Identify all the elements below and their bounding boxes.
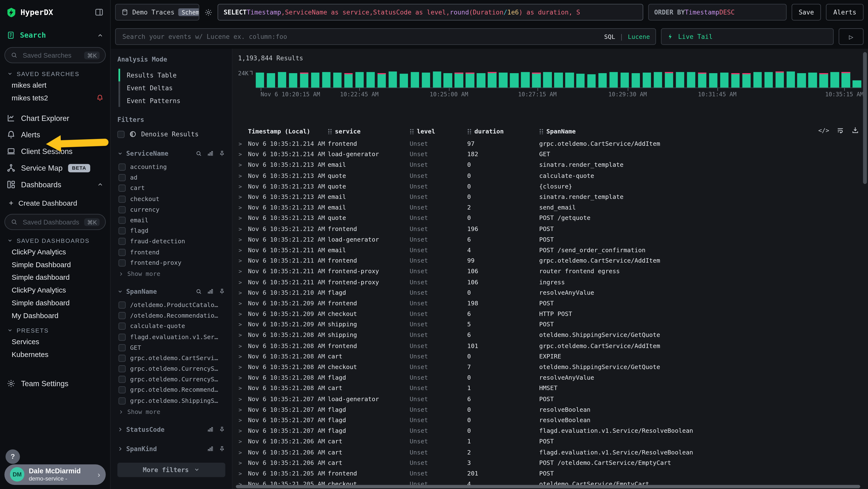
histogram-bar[interactable] xyxy=(333,73,342,88)
histogram-bar[interactable] xyxy=(576,74,585,88)
histogram-bar[interactable] xyxy=(852,81,861,88)
row-expand-chevron[interactable]: > xyxy=(235,151,248,157)
facet-statuscode-header[interactable]: StatusCode xyxy=(117,424,225,435)
preset-item[interactable]: Services xyxy=(0,335,110,348)
histogram-bar[interactable] xyxy=(488,72,496,88)
table-row[interactable]: > Nov 6 10:35:21.207 AM flagd Unset 0 re… xyxy=(235,415,868,426)
event-search-input[interactable] xyxy=(121,32,600,41)
column-header-duration[interactable]: duration xyxy=(467,128,539,135)
table-row[interactable]: > Nov 6 10:35:21.208 AM frontend Unset 1… xyxy=(235,341,868,351)
row-expand-chevron[interactable]: > xyxy=(235,438,248,444)
histogram-bar[interactable] xyxy=(278,72,286,88)
histogram-bar[interactable] xyxy=(355,72,364,87)
drag-handle-icon[interactable] xyxy=(328,128,332,134)
table-row[interactable]: > Nov 6 10:35:21.211 AM frontend-proxy U… xyxy=(235,266,868,277)
facet-item[interactable]: ad xyxy=(117,172,225,183)
histogram-bar[interactable] xyxy=(831,72,839,88)
histogram-bar[interactable] xyxy=(786,71,795,87)
presets-section[interactable]: PRESETS xyxy=(0,322,110,335)
facet-chart-icon[interactable] xyxy=(207,426,214,433)
facet-item[interactable]: grpc.oteldemo.CartServi… xyxy=(117,353,225,364)
facet-checkbox[interactable] xyxy=(118,354,126,362)
histogram-bar[interactable] xyxy=(521,72,529,87)
facet-checkbox[interactable] xyxy=(118,397,126,404)
histogram-bar[interactable] xyxy=(665,72,673,87)
facet-item[interactable]: /oteldemo.Recommendatio… xyxy=(117,310,225,321)
chevron-up-icon[interactable] xyxy=(97,181,104,188)
facet-item[interactable]: frontend-proxy xyxy=(117,258,225,268)
histogram-bar[interactable] xyxy=(444,73,452,87)
facet-item[interactable]: fraud-detection xyxy=(117,236,225,247)
row-expand-chevron[interactable]: > xyxy=(235,375,248,381)
table-row[interactable]: > Nov 6 10:35:21.205 AM frontend Unset 2… xyxy=(235,468,868,479)
sidebar-item-search[interactable]: Search xyxy=(0,24,110,44)
histogram-bar[interactable] xyxy=(676,72,684,88)
histogram-bar[interactable] xyxy=(621,73,629,88)
table-row[interactable]: > Nov 6 10:35:21.209 AM frontend Unset 1… xyxy=(235,298,868,309)
saved-search-item[interactable]: mikes alert xyxy=(0,79,110,91)
show-more-button[interactable]: Show more xyxy=(117,268,225,278)
row-expand-chevron[interactable]: > xyxy=(235,173,248,179)
row-expand-chevron[interactable]: > xyxy=(235,311,248,317)
facet-spankind-header[interactable]: SpanKind xyxy=(117,443,225,454)
histogram-bar[interactable] xyxy=(389,71,397,87)
row-expand-chevron[interactable]: > xyxy=(235,332,248,338)
table-row[interactable]: > Nov 6 10:35:21.213 AM email Unset 2 se… xyxy=(235,202,868,213)
saved-dashboard-item[interactable]: Simple dashboard xyxy=(0,296,110,309)
saved-dashboard-item[interactable]: My Dashboard xyxy=(0,309,110,322)
row-expand-chevron[interactable]: > xyxy=(235,428,248,434)
facet-item[interactable]: /oteldemo.ProductCatalo… xyxy=(117,300,225,310)
row-expand-chevron[interactable]: > xyxy=(235,343,248,349)
facet-checkbox[interactable] xyxy=(118,365,126,372)
histogram-bar[interactable] xyxy=(422,73,430,88)
histogram-bar[interactable] xyxy=(477,73,485,88)
event-search-box[interactable]: SQL | Lucene xyxy=(115,28,656,45)
saved-dashboards-field[interactable] xyxy=(22,218,81,226)
saved-searches-input[interactable]: ⌘K xyxy=(4,47,105,63)
facet-checkbox[interactable] xyxy=(118,323,126,330)
more-filters-button[interactable]: More filters xyxy=(117,463,225,477)
table-row[interactable]: > Nov 6 10:35:21.209 AM shipping Unset 5… xyxy=(235,319,868,330)
save-button[interactable]: Save xyxy=(792,4,821,21)
facet-checkbox[interactable] xyxy=(118,174,126,181)
facet-item[interactable]: grpc.oteldemo.ShippingS… xyxy=(117,395,225,406)
facet-item[interactable]: email xyxy=(117,215,225,226)
table-row[interactable]: > Nov 6 10:35:21.213 AM quote Unset 0 PO… xyxy=(235,213,868,224)
histogram-bar[interactable] xyxy=(256,73,264,88)
facet-checkbox[interactable] xyxy=(118,249,126,256)
histogram-bar[interactable] xyxy=(455,73,463,88)
facet-spanname-header[interactable]: SpanName xyxy=(117,286,225,297)
view-source-icon[interactable]: </> xyxy=(818,127,830,134)
facet-item[interactable]: accounting xyxy=(117,162,225,172)
table-row[interactable]: > Nov 6 10:35:21.212 AM frontend Unset 1… xyxy=(235,224,868,234)
facet-item[interactable]: frontend xyxy=(117,247,225,258)
saved-dashboard-item[interactable]: ClickPy Analytics xyxy=(0,284,110,297)
histogram-bar[interactable] xyxy=(775,72,784,88)
saved-dashboard-item[interactable]: ClickPy Analytics xyxy=(0,246,110,258)
histogram-bar[interactable] xyxy=(510,74,518,88)
row-expand-chevron[interactable]: > xyxy=(235,470,248,477)
table-row[interactable]: > Nov 6 10:35:21.208 AM flagd Unset 0 re… xyxy=(235,372,868,383)
saved-searches-section[interactable]: SAVED SEARCHES xyxy=(0,65,110,79)
row-expand-chevron[interactable]: > xyxy=(235,321,248,327)
facet-checkbox[interactable] xyxy=(118,259,126,266)
source-select[interactable]: Demo Traces Schema xyxy=(115,4,199,21)
row-expand-chevron[interactable]: > xyxy=(235,205,248,211)
user-menu[interactable]: DM Dale McDiarmid demo-service - › xyxy=(4,464,105,485)
vertical-scrollbar-thumb[interactable] xyxy=(863,52,867,184)
saved-dashboards-section[interactable]: SAVED DASHBOARDS xyxy=(0,232,110,246)
row-expand-chevron[interactable]: > xyxy=(235,417,248,423)
histogram-bar[interactable] xyxy=(532,73,540,88)
saved-dashboards-input[interactable]: ⌘K xyxy=(4,214,105,230)
histogram-bar[interactable] xyxy=(411,72,419,87)
histogram-bar[interactable] xyxy=(300,73,308,88)
histogram-bar[interactable] xyxy=(643,73,651,87)
histogram-bar[interactable] xyxy=(753,72,762,88)
run-query-button[interactable]: ▷ xyxy=(839,28,863,45)
histogram-bar[interactable] xyxy=(709,73,717,87)
row-expand-chevron[interactable]: > xyxy=(235,226,248,232)
histogram-bar[interactable] xyxy=(466,73,474,88)
facet-item[interactable]: flagd xyxy=(117,226,225,236)
histogram-bar[interactable] xyxy=(433,72,441,87)
row-expand-chevron[interactable]: > xyxy=(235,396,248,402)
